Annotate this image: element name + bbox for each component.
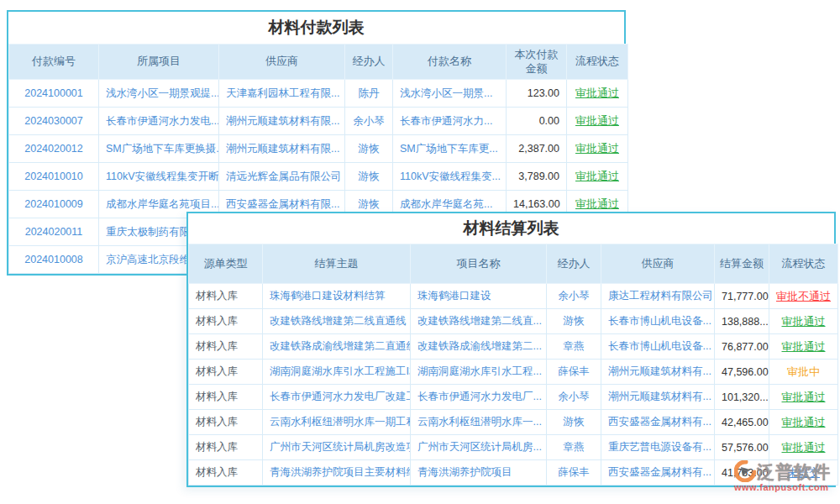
cell-link[interactable]: 长春市博山机电设备... xyxy=(601,309,715,334)
cell-link[interactable]: 改建铁路线增建第二线直... xyxy=(411,309,547,334)
cell-link[interactable]: 长春市伊通河水力发电厂改建工程... xyxy=(263,385,411,410)
cell-text: 0.00 xyxy=(507,108,567,135)
cell-link[interactable]: 章燕 xyxy=(547,435,601,460)
cell-link[interactable]: 改建铁路线增建第二线直通线（成... xyxy=(263,309,411,334)
table-row: 材料入库湖南洞庭湖水库引水工程施工I标材...湖南洞庭湖水库引水工程...薛保丰… xyxy=(189,360,838,385)
cell-link[interactable]: 云南水利枢纽潜明水库一期工程施... xyxy=(263,410,411,435)
vendor-watermark: 泛普软件 www.fanpusoft.com xyxy=(734,460,838,492)
cell-link[interactable]: 长春市伊通河水力发电厂... xyxy=(411,385,547,410)
cell-link[interactable]: 游恢 xyxy=(345,163,393,191)
cell-link[interactable]: 2024010009 xyxy=(9,191,99,218)
cell-link[interactable]: 薛保丰 xyxy=(547,360,601,385)
cell-link[interactable]: 余小琴 xyxy=(345,108,393,135)
status-link[interactable]: 审批通过 xyxy=(567,108,628,135)
cell-text: 76,877.00 xyxy=(715,334,769,360)
status-link[interactable]: 审批通过 xyxy=(769,410,838,435)
cell-link[interactable]: 2024020012 xyxy=(9,135,99,163)
cell-link[interactable]: SM广场地下车库更... xyxy=(393,135,507,163)
cell-text: 42,465.00 xyxy=(715,410,769,435)
cell-link[interactable]: 2024030007 xyxy=(9,108,99,135)
cell-link[interactable]: 珠海鹤港口建设材料结算 xyxy=(263,284,411,309)
status-link[interactable]: 审批中 xyxy=(769,360,838,385)
status-link[interactable]: 审批通过 xyxy=(567,80,628,108)
cell-link[interactable]: 2024100001 xyxy=(9,80,99,108)
payment-col-header: 供应商 xyxy=(219,45,345,80)
status-link[interactable]: 审批通过 xyxy=(567,163,628,191)
cell-link[interactable]: 游恢 xyxy=(547,309,601,334)
settlement-col-header: 结算主题 xyxy=(263,244,411,284)
cell-link[interactable]: 潮州元顺建筑材料有限... xyxy=(219,135,345,163)
table-row: 材料入库改建铁路成渝线增建第二直通线（...改建铁路成渝线增建第二...章燕长春… xyxy=(189,334,838,360)
payment-col-header: 付款名称 xyxy=(393,45,507,80)
cell-text: 材料入库 xyxy=(189,385,263,410)
cell-link[interactable]: 潮州元顺建筑材料有限... xyxy=(219,108,345,135)
cell-link[interactable]: 清远光辉金属品有限公司 xyxy=(219,163,345,191)
cell-link[interactable]: 2024020011 xyxy=(9,218,99,246)
cell-link[interactable]: 改建铁路成渝线增建第二直通线（... xyxy=(263,334,411,360)
cell-link[interactable]: 西安盛器金属材料有... xyxy=(601,460,715,486)
settlement-col-header: 源单类型 xyxy=(189,244,263,284)
cell-link[interactable]: 康达工程材料有限公司 xyxy=(601,284,715,309)
cell-link[interactable]: 余小琴 xyxy=(547,284,601,309)
cell-link[interactable]: 浅水湾小区一期景... xyxy=(393,80,507,108)
cell-link[interactable]: 2024010008 xyxy=(9,246,99,274)
cell-link[interactable]: 浅水湾小区一期景观提... xyxy=(99,80,219,108)
cell-link[interactable]: 2024010010 xyxy=(9,163,99,191)
cell-link[interactable]: 改建铁路成渝线增建第二... xyxy=(411,334,547,360)
cell-text: 材料入库 xyxy=(189,410,263,435)
settlement-col-header: 结算金额 xyxy=(715,244,769,284)
cell-text: 材料入库 xyxy=(189,360,263,385)
table-row: 材料入库改建铁路线增建第二线直通线（成...改建铁路线增建第二线直...游恢长春… xyxy=(189,309,838,334)
cell-link[interactable]: 重庆艺普电源设备有... xyxy=(601,435,715,460)
cell-link[interactable]: 长春市伊通河水力发电... xyxy=(99,108,219,135)
cell-link[interactable]: 珠海鹤港口建设 xyxy=(411,284,547,309)
status-link[interactable]: 审批通过 xyxy=(567,135,628,163)
payment-col-header: 经办人 xyxy=(345,45,393,80)
status-link[interactable]: 审批通过 xyxy=(769,309,838,334)
settlement-col-header: 项目名称 xyxy=(411,244,547,284)
status-link[interactable]: 审批通过 xyxy=(769,435,838,460)
cell-link[interactable]: 陈丹 xyxy=(345,80,393,108)
table-row: 材料入库云南水利枢纽潜明水库一期工程施...云南水利枢纽潜明水库一...游恢西安… xyxy=(189,410,838,435)
watermark-brand: 泛普软件 xyxy=(757,463,831,480)
cell-link[interactable]: 湖南洞庭湖水库引水工程施工I标材... xyxy=(263,360,411,385)
status-link[interactable]: 审批不通过 xyxy=(769,284,838,309)
cell-link[interactable]: 西安盛器金属材料有... xyxy=(601,410,715,435)
table-row: 2024010010110kV安徽线程集变开断...清远光辉金属品有限公司游恢1… xyxy=(9,163,628,191)
cell-link[interactable]: 110kV安徽线程集变... xyxy=(393,163,507,191)
cell-link[interactable]: 潮州元顺建筑材料有... xyxy=(601,360,715,385)
payment-col-header: 本次付款金额 xyxy=(507,45,567,80)
cell-text: 材料入库 xyxy=(189,309,263,334)
settlement-col-header: 流程状态 xyxy=(769,244,838,284)
cell-link[interactable]: 游恢 xyxy=(547,410,601,435)
cell-link[interactable]: 110kV安徽线程集变开断... xyxy=(99,163,219,191)
cell-link[interactable]: 潮州元顺建筑材料有... xyxy=(601,385,715,410)
material-lists-page: { "payment_table": { "title": "材料付款列表", … xyxy=(0,0,840,504)
table-row: 材料入库珠海鹤港口建设材料结算珠海鹤港口建设余小琴康达工程材料有限公司71,77… xyxy=(189,284,838,309)
settlement-list-title: 材料结算列表 xyxy=(188,213,834,244)
payment-list-title: 材料付款列表 xyxy=(8,12,624,44)
table-row: 2024020012SM广场地下车库更换摄...潮州元顺建筑材料有限...游恢S… xyxy=(9,135,628,163)
status-link[interactable]: 审批通过 xyxy=(769,385,838,410)
fanpu-logo-icon xyxy=(734,460,756,482)
cell-link[interactable]: 薛保丰 xyxy=(547,460,601,486)
cell-link[interactable]: 青海洪湖养护院项目 xyxy=(411,460,547,486)
settlement-table-header-row: 源单类型结算主题项目名称经办人供应商结算金额流程状态 xyxy=(189,244,838,284)
payment-table-header-row: 付款编号所属项目供应商经办人付款名称本次付款金额流程状态 xyxy=(9,45,628,80)
cell-link[interactable]: 湖南洞庭湖水库引水工程... xyxy=(411,360,547,385)
status-link[interactable]: 审批通过 xyxy=(769,334,838,360)
cell-text: 101,320... xyxy=(715,385,769,410)
cell-link[interactable]: 广州市天河区统计局机房... xyxy=(411,435,547,460)
payment-col-header: 所属项目 xyxy=(99,45,219,80)
cell-link[interactable]: SM广场地下车库更换摄... xyxy=(99,135,219,163)
cell-link[interactable]: 青海洪湖养护院项目主要材料结算 xyxy=(263,460,411,486)
cell-link[interactable]: 广州市天河区统计局机房改造项目... xyxy=(263,435,411,460)
cell-link[interactable]: 天津嘉利园林工程有限... xyxy=(219,80,345,108)
cell-link[interactable]: 游恢 xyxy=(345,135,393,163)
cell-link[interactable]: 云南水利枢纽潜明水库一... xyxy=(411,410,547,435)
cell-text: 材料入库 xyxy=(189,435,263,460)
cell-link[interactable]: 长春市伊通河水力... xyxy=(393,108,507,135)
cell-link[interactable]: 章燕 xyxy=(547,334,601,360)
cell-link[interactable]: 长春市博山机电设备... xyxy=(601,334,715,360)
cell-link[interactable]: 余小琴 xyxy=(547,385,601,410)
